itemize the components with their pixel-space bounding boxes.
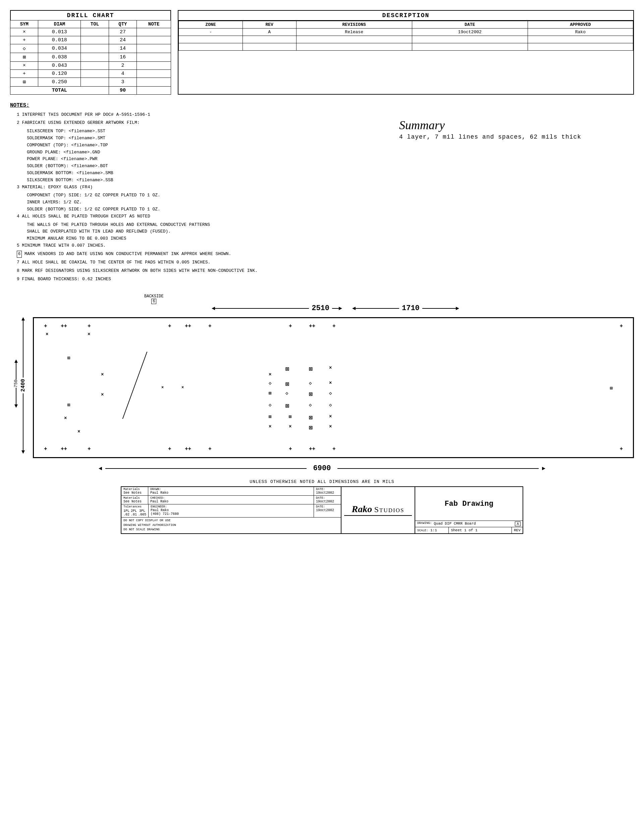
note-sub: GROUND PLANE: <filename>.GND <box>27 149 389 156</box>
drill-diam: 0.250 <box>38 78 81 87</box>
drill-row: ◇ 0.034 14 <box>10 44 171 53</box>
desc-revisions-header: REVISIONS <box>296 21 412 29</box>
scale-cell: SCALE: 1:1 <box>415 527 449 533</box>
col-note: NOTE <box>137 21 171 28</box>
rev-approved: Rako <box>528 29 633 36</box>
materials-label: Materials <box>123 488 146 491</box>
title-row-tol-engineer: Tolerances 1PL.02 2PL.01 3PL.005 ENGINEE… <box>121 504 341 517</box>
drill-plus-b8: ++ <box>309 446 315 452</box>
note-sub: COMPONENT (TOP) SIDE: 1/2 OZ COPPER PLAT… <box>27 192 389 199</box>
note-num: 9 <box>17 276 19 281</box>
title-row-finish-checked: Materials See Notes CHECKED: Paul Rako D… <box>121 496 341 504</box>
outer-dim: 2400 <box>20 317 26 458</box>
arrow-line-1710b <box>422 308 456 309</box>
note-item: 5 MINIMUM TRACE WITH 0.007 INCHES. <box>17 242 389 249</box>
note-item: 8 MARK REF DESIGNATORS USING SILKSCREEN … <box>17 267 389 275</box>
tol-1pl: 1PL.02 <box>123 509 129 517</box>
backside-label: BACKSIDE 6 <box>144 294 164 304</box>
dim-2510-label: 2510 <box>309 304 332 312</box>
drill-tol <box>81 36 109 44</box>
engineer-name: Paul Rako <box>151 508 312 512</box>
drill-diam-3: ⊠ <box>269 390 271 396</box>
finish-label: Materials <box>123 496 146 500</box>
drill-plus-b1: + <box>44 446 47 452</box>
note-sub: SOLDER (BOTTOM) SIDE: 1/2 OZ COPPER PLAT… <box>27 206 389 213</box>
rev-col-label: REV <box>514 528 521 532</box>
drill-diam: 0.038 <box>38 53 81 62</box>
arrow-left-1710 <box>352 307 355 310</box>
drill-x-r1: × <box>269 372 271 377</box>
checked-date: 19oct2002 <box>316 500 339 503</box>
drill-note <box>137 78 171 87</box>
total-note <box>137 87 171 95</box>
drill-plus-2: ++ <box>61 323 67 329</box>
drill-note <box>137 62 171 70</box>
arrow-bot-750 <box>15 404 18 408</box>
drill-tol <box>81 53 109 62</box>
checked-name: Paul Rako <box>150 500 312 503</box>
title-materials: Materials See Notes <box>121 487 148 495</box>
drill-plus-4: + <box>168 323 171 329</box>
drawn-name: Paul Rako <box>150 491 312 495</box>
drill-sym: + <box>10 70 38 78</box>
title-checked-date: DATE: 19oct2002 <box>314 496 341 504</box>
copy-notes: DO NOT COPY DISPLAY OR USE DRAWING WITHO… <box>121 517 341 533</box>
rako-text: Rako <box>352 504 372 514</box>
drill-plus-1: + <box>44 323 47 329</box>
scale-value: 1:1 <box>430 528 437 532</box>
drill-plus-b6: + <box>208 446 211 452</box>
notes-title: NOTES: <box>10 101 389 110</box>
note-sub: MINIMUM ANULAR RING TO BE 0.003 INCHES <box>27 235 389 242</box>
logo-text: Rako Studios <box>352 504 405 514</box>
drill-x-1: × <box>45 331 48 337</box>
drill-row: × 0.043 2 <box>10 62 171 70</box>
drill-sq-r5: ⊠ <box>286 402 289 409</box>
drill-qty: 27 <box>109 28 137 36</box>
left-dim-section: 2400 750 <box>10 317 30 458</box>
dim-note: UNLESS OTHERWISE NOTED ALL DIMENSIONS AR… <box>10 479 634 484</box>
drill-x-r2: × <box>329 365 332 370</box>
note-num: 5 <box>17 243 19 248</box>
drill-sym: + <box>10 36 38 44</box>
note-sub: SHALL BE OVERPLATED WITH TIN LEAD AND RE… <box>27 228 389 235</box>
arrow-line-6900-l <box>105 468 307 469</box>
drill-row: + 0.120 4 <box>10 70 171 78</box>
drill-diam: 0.018 <box>38 36 81 44</box>
drill-x-sm-2: × <box>181 385 184 390</box>
arrow-right-2510 <box>339 307 342 310</box>
note-num: 7 <box>17 260 19 265</box>
col-qty: QTY <box>109 21 137 28</box>
note-item: 2 FABRICATE USING EXTENDED GERBER ARTWOR… <box>17 120 389 126</box>
note-sub: SOLDER (BOTTOM): <filename>.BOT <box>27 163 389 170</box>
drill-plus-br: + <box>620 446 623 452</box>
arrow-top-2400 <box>21 317 25 320</box>
copy-note-2: DRAWING WITHOUT AUTHORIZATION <box>123 523 339 528</box>
desc-date-header: DATE <box>412 21 528 29</box>
drill-qty: 3 <box>109 78 137 87</box>
rev-col-cell: REV <box>512 527 523 533</box>
drill-diam: 0.120 <box>38 70 81 78</box>
drill-row: + 0.018 24 <box>10 36 171 44</box>
backside-num: 6 <box>151 299 156 304</box>
drill-x-2: × <box>87 331 90 337</box>
title-block-wrapper: Materials See Notes DRAWN: Paul Rako DAT… <box>10 486 634 534</box>
title-right: Fab Drawing DRAWING: Quad DIP CMRR Board… <box>415 487 523 533</box>
arrow-line-bot-2400 <box>23 393 24 450</box>
scale-sheet-row: SCALE: 1:1 Sheet 1 of 1 REV <box>415 527 523 533</box>
drill-tol <box>81 62 109 70</box>
drill-note <box>137 53 171 62</box>
drawn-date: 19oct2002 <box>316 491 339 495</box>
notes-content: 1 INTERPRET THIS DOCUMENT PER HP DOC# A-… <box>10 112 389 283</box>
drill-note <box>137 28 171 36</box>
drill-total-row: TOTAL 90 <box>10 87 171 95</box>
arrow-line-bot-750 <box>16 388 16 404</box>
dim-6900-label: 6900 <box>310 464 334 472</box>
drill-qty: 4 <box>109 70 137 78</box>
drill-diam-9: ⊠ <box>269 414 271 420</box>
title-tol: Tolerances 1PL.02 2PL.01 3PL.005 <box>121 504 148 517</box>
inner-dim-750: 750 <box>13 359 18 407</box>
checked-label: CHECKED: <box>150 496 312 500</box>
title-drawn-date: DATE: 19oct2002 <box>314 487 341 495</box>
arrow-right-6900 <box>542 467 546 470</box>
drill-x-5: × <box>64 415 67 421</box>
